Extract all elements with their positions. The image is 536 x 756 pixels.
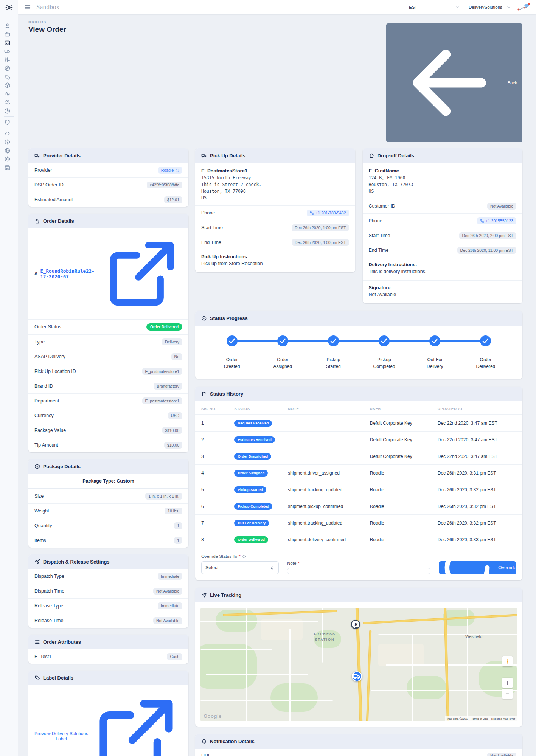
- preview-label-link[interactable]: Preview Delivery Solutions Label: [34, 690, 182, 756]
- order-number-link[interactable]: E_RoundRobinRule22-12-2020-67: [40, 233, 182, 314]
- detail-row: Phone+1 201-789-5432: [195, 206, 355, 220]
- phone-link[interactable]: +1 2015550123: [477, 217, 516, 224]
- table-cell: Dec 26th 2020, 3:32 pm EST: [438, 487, 516, 492]
- provider-link[interactable]: Roadie: [158, 167, 182, 174]
- row-label: URL: [201, 753, 211, 756]
- row-label: Package Value: [34, 428, 66, 433]
- pegman-icon: [505, 659, 510, 664]
- detail-row: Release TypeImmediate: [28, 599, 188, 613]
- terms-link[interactable]: Terms of Use: [471, 717, 488, 720]
- address-line: US: [369, 188, 517, 195]
- tenant-value: DeliverySolutions: [469, 5, 502, 9]
- sort-arrows-icon: [270, 565, 275, 570]
- row-label: Start Time: [369, 233, 390, 238]
- card-title: Status Progress: [210, 315, 248, 321]
- zoom-out-button[interactable]: −: [502, 689, 513, 699]
- card-title: Dispatch & Release Settings: [43, 559, 110, 565]
- value-badge: Immediate: [158, 602, 182, 609]
- signature-block: Signature: Not Available: [363, 281, 523, 303]
- row-label: Currency: [34, 413, 54, 418]
- row-label: Pick Up Location ID: [34, 369, 76, 374]
- override-note-input[interactable]: [287, 568, 430, 574]
- sidebar-item-truck[interactable]: [4, 48, 11, 54]
- check-icon: [277, 335, 288, 346]
- sidebar-item-activity[interactable]: [4, 91, 11, 97]
- menu-icon[interactable]: [24, 4, 31, 11]
- override-status-select[interactable]: Select: [201, 561, 279, 574]
- google-watermark: Google: [204, 713, 222, 719]
- row-label: Brand ID: [34, 383, 53, 389]
- send-icon: [201, 592, 207, 598]
- row-label: Dispatch Time: [34, 588, 64, 594]
- table-cell: Dec 26th 2020, 3:32 pm EST: [438, 504, 516, 509]
- gear-icon[interactable]: [5, 3, 13, 12]
- sidebar-item-tag[interactable]: [4, 74, 11, 80]
- sidebar-item-sliders[interactable]: [4, 57, 11, 63]
- row-label: Customer ID: [369, 203, 395, 209]
- sidebar-item-pie[interactable]: [4, 108, 11, 114]
- history-status-badge: Request Received: [234, 420, 272, 427]
- sidebar-item-globe[interactable]: [4, 147, 11, 154]
- sidebar-item-inbox[interactable]: [4, 40, 11, 46]
- row-label: ASAP Delivery: [34, 354, 65, 359]
- sidebar-item-steering[interactable]: [4, 156, 11, 162]
- pegman-control[interactable]: [502, 656, 513, 666]
- value-badge: c425fe05f68fbffa: [147, 182, 182, 188]
- progress-step: Pickup Started: [308, 335, 359, 370]
- table-header: SR. NO.STATUSNOTEUSERUPDATED AT: [195, 401, 522, 414]
- sidebar-item-code[interactable]: [4, 130, 11, 137]
- history-status-badge: Pickup Started: [234, 486, 266, 493]
- value-badge: No: [171, 353, 182, 360]
- table-cell: shipment.driver_assigned: [288, 470, 370, 476]
- sidebar-item-users[interactable]: [4, 99, 11, 106]
- detail-row: CurrencyUSD: [28, 408, 188, 423]
- detail-row: Tip Amount$10.00: [28, 438, 188, 452]
- tracking-map[interactable]: CYPRESSSTATION Westfield -R + − Google: [200, 608, 517, 721]
- address-line: This is Street 2 check.: [201, 182, 349, 188]
- sidebar-item-help[interactable]: [4, 139, 11, 145]
- row-label: Provider: [34, 168, 52, 173]
- table-cell: Dec 26th 2020, 3:31 pm EST: [438, 470, 516, 476]
- timezone-select[interactable]: EST: [406, 3, 463, 11]
- row-label: Phone: [369, 218, 382, 224]
- info-icon: [242, 554, 246, 559]
- table-cell: 8: [201, 537, 234, 542]
- sidebar-item-user[interactable]: [4, 23, 11, 29]
- app-root: Sandbox EST DeliverySolutions ORDERS: [0, 0, 536, 756]
- table-cell: shipment.tracking_updated: [288, 487, 370, 492]
- send-icon: [34, 559, 40, 565]
- sidebar-item-cube[interactable]: [4, 82, 11, 88]
- detail-row: Size1 in. x 1 in. x 1 in.: [28, 489, 188, 504]
- zoom-in-button[interactable]: +: [502, 678, 513, 688]
- chevron-down-icon: [506, 5, 511, 9]
- map-station-label: CYPRESSSTATION: [314, 631, 336, 642]
- progress-step: Order Assigned: [257, 335, 308, 370]
- value-badge: 1 in. x 1 in. x 1 in.: [145, 493, 182, 500]
- override-button[interactable]: Override: [439, 561, 516, 574]
- cube-icon: [34, 464, 40, 469]
- table-row: 4Order Assignedshipment.driver_assignedR…: [195, 464, 522, 481]
- detail-row: Package Value$110.00: [28, 423, 188, 438]
- phone-icon: [310, 211, 314, 215]
- sidebar-item-compass[interactable]: [4, 65, 11, 71]
- vehicle-marker[interactable]: [352, 671, 362, 681]
- sidebar-item-shield[interactable]: [4, 119, 11, 126]
- status-history-card: Status History SR. NO.STATUSNOTEUSERUPDA…: [195, 387, 522, 580]
- history-status-badge: Out For Delivery: [234, 520, 269, 526]
- detail-row: URLNot Available: [195, 749, 522, 756]
- sidebar: [0, 0, 18, 756]
- bag-icon: [34, 218, 40, 224]
- detail-row: Pick Up Location IDE_postmatesstore1: [28, 364, 188, 379]
- table-cell: Defult Corporate Key: [370, 421, 438, 426]
- report-error-link[interactable]: Report a map error: [491, 717, 515, 720]
- phone-link[interactable]: +1 201-789-5432: [307, 210, 349, 216]
- tenant-select[interactable]: DeliverySolutions: [466, 3, 514, 11]
- card-title: Pick Up Details: [210, 153, 245, 158]
- sidebar-item-briefcase[interactable]: [4, 31, 11, 37]
- page-header: ORDERS View Order Back: [28, 20, 522, 142]
- table-cell: 3: [201, 454, 234, 459]
- sidebar-item-store[interactable]: [4, 165, 11, 171]
- value-badge: $110.00: [162, 427, 182, 434]
- back-button[interactable]: Back: [386, 23, 522, 142]
- detail-row: Customer IDNot Available: [363, 199, 523, 214]
